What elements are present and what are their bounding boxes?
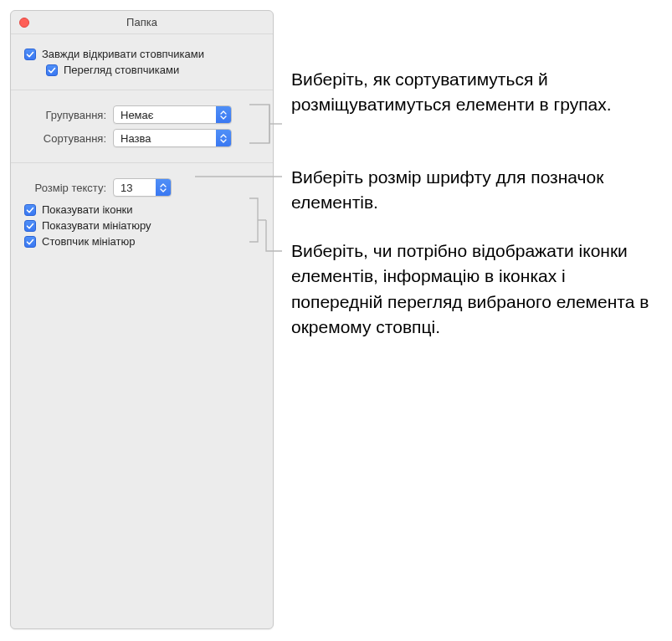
group-label: Групування: <box>24 109 113 121</box>
window-title: Папка <box>126 16 157 28</box>
section-view-mode: Завжди відкривати стовпчиками Перегляд с… <box>11 34 273 90</box>
checkbox-row-thumb-column: Стовпчик мініатюр <box>24 235 259 248</box>
form-row-sort: Сортування: Назва <box>24 129 259 147</box>
section-text-and-icons: Розмір тексту: 13 Показувати іконки <box>11 163 273 261</box>
checkbox-label: Стовпчик мініатюр <box>42 235 135 248</box>
form-row-group: Групування: Немає <box>24 105 259 124</box>
folder-view-options-panel: Папка Завжди відкривати стовпчиками Пере… <box>10 10 274 629</box>
checkbox-row-show-thumb: Показувати мініатюру <box>24 219 259 232</box>
checkbox-row-show-icons: Показувати іконки <box>24 203 259 216</box>
group-select-value: Немає <box>114 109 216 121</box>
checkbox-show-thumb[interactable] <box>24 220 36 232</box>
textsize-select-value: 13 <box>114 182 156 194</box>
section-grouping-sorting: Групування: Немає Сортування: Назва <box>11 90 273 163</box>
textsize-label: Розмір тексту: <box>24 182 113 194</box>
checkbox-browse-columns[interactable] <box>46 64 58 76</box>
checkbox-label: Показувати мініатюру <box>42 219 151 232</box>
updown-icon <box>216 106 231 123</box>
sort-label: Сортування: <box>24 132 113 145</box>
form-row-textsize: Розмір тексту: 13 <box>24 178 259 197</box>
checkbox-label: Перегляд стовпчиками <box>64 64 179 76</box>
titlebar: Папка <box>11 11 273 34</box>
checkbox-always-open-columns[interactable] <box>24 49 36 60</box>
updown-icon <box>156 179 171 196</box>
sort-select[interactable]: Назва <box>113 129 232 147</box>
checkbox-row-browse-columns: Перегляд стовпчиками <box>24 64 259 76</box>
checkbox-show-icons[interactable] <box>24 204 36 216</box>
checkbox-label: Показувати іконки <box>42 203 133 216</box>
callout-text-size: Виберіть розмір шрифту для позначок елем… <box>291 165 651 216</box>
updown-icon <box>216 130 231 146</box>
textsize-select[interactable]: 13 <box>113 178 172 197</box>
callout-icons-thumbnails: Виберіть, чи потрібно відображати іконки… <box>291 238 651 341</box>
checkbox-label: Завжди відкривати стовпчиками <box>42 48 204 60</box>
sort-select-value: Назва <box>114 132 216 145</box>
checkbox-thumb-column[interactable] <box>24 236 36 248</box>
callout-grouping-sorting: Виберіть, як сортуватимуться й розміщува… <box>291 67 651 118</box>
close-icon[interactable] <box>19 18 29 28</box>
checkbox-row-always-open-columns: Завжди відкривати стовпчиками <box>24 48 259 60</box>
group-select[interactable]: Немає <box>113 105 232 124</box>
